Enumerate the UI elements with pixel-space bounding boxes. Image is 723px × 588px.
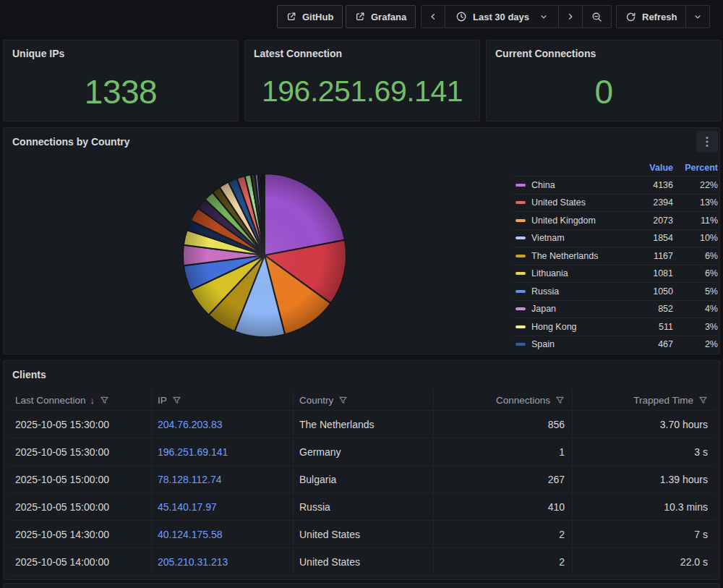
kebab-menu-icon bbox=[706, 136, 709, 148]
ip-link[interactable]: 40.124.175.58 bbox=[158, 529, 223, 540]
filter-icon[interactable] bbox=[698, 396, 708, 405]
legend-value: 511 bbox=[631, 322, 673, 332]
ip-link[interactable]: 196.251.69.141 bbox=[158, 446, 228, 458]
clients-table: Last Connection ↓ IP Country Connection bbox=[9, 390, 715, 576]
cell-country: United States bbox=[293, 547, 433, 575]
legend-swatch bbox=[515, 307, 526, 310]
legend-row[interactable]: United Kingdom207311% bbox=[513, 211, 718, 229]
filter-icon[interactable] bbox=[555, 396, 565, 405]
chevron-down-icon bbox=[693, 12, 702, 21]
cell-last-connection: 2025-10-05 15:00:00 bbox=[9, 465, 151, 493]
legend-value: 4136 bbox=[631, 180, 673, 190]
cell-ip: 205.210.31.213 bbox=[151, 547, 293, 575]
time-zoom-out-button[interactable] bbox=[582, 6, 611, 27]
grafana-button[interactable]: Grafana bbox=[346, 5, 416, 28]
cell-trapped-time: 1.39 hours bbox=[572, 465, 715, 493]
time-shift-forward-button[interactable] bbox=[558, 6, 582, 27]
legend-swatch bbox=[515, 237, 526, 239]
legend-value: 1167 bbox=[631, 251, 673, 261]
time-shift-back-button[interactable] bbox=[422, 6, 445, 27]
legend-label: United States bbox=[531, 197, 631, 208]
column-header-connections[interactable]: Connections bbox=[433, 390, 572, 410]
filter-icon[interactable] bbox=[100, 396, 109, 405]
legend-percent: 22% bbox=[673, 180, 718, 190]
table-row: 2025-10-05 15:00:0078.128.112.74Bulgaria… bbox=[9, 465, 715, 493]
table-row: 2025-10-05 15:30:00196.251.69.141Germany… bbox=[9, 438, 715, 465]
legend-percent-header[interactable]: Percent bbox=[673, 163, 718, 173]
legend-label: Russia bbox=[531, 286, 631, 297]
legend-row[interactable]: Lithuania10816% bbox=[513, 265, 718, 283]
legend-value: 1050 bbox=[631, 286, 673, 297]
legend-row[interactable]: Japan8524% bbox=[513, 300, 718, 318]
table-row: 2025-10-05 14:30:0040.124.175.58United S… bbox=[9, 520, 715, 547]
external-link-icon bbox=[286, 12, 296, 22]
cell-trapped-time: 3 s bbox=[572, 438, 715, 465]
refresh-button-label: Refresh bbox=[642, 12, 677, 22]
cell-connections: 2 bbox=[433, 520, 572, 547]
sort-desc-icon: ↓ bbox=[90, 395, 95, 406]
legend-swatch bbox=[515, 201, 526, 204]
external-link-icon bbox=[355, 12, 365, 22]
stat-panel-current-connections: Current Connections 0 bbox=[486, 40, 722, 122]
refresh-interval-dropdown[interactable] bbox=[685, 6, 709, 27]
ip-link[interactable]: 204.76.203.83 bbox=[158, 419, 223, 430]
time-range-button[interactable]: Last 30 days bbox=[445, 6, 558, 27]
legend-value: 852 bbox=[631, 304, 673, 314]
ip-link[interactable]: 205.210.31.213 bbox=[158, 556, 228, 568]
legend-row[interactable]: China413622% bbox=[513, 176, 718, 194]
cell-trapped-time: 10.3 mins bbox=[572, 493, 715, 520]
column-header-last-connection[interactable]: Last Connection ↓ bbox=[9, 390, 151, 410]
legend-percent: 6% bbox=[673, 251, 718, 261]
legend-label: Japan bbox=[531, 304, 631, 314]
cell-connections: 1 bbox=[433, 438, 572, 465]
ip-link[interactable]: 45.140.17.97 bbox=[158, 501, 217, 513]
legend-value: 2394 bbox=[631, 197, 673, 208]
legend-percent: 6% bbox=[673, 268, 718, 278]
table-row: 2025-10-05 15:00:0045.140.17.97Russia410… bbox=[9, 493, 715, 520]
legend-swatch bbox=[515, 255, 526, 257]
cell-connections: 856 bbox=[433, 410, 572, 438]
legend-label: China bbox=[531, 180, 631, 190]
legend-value: 467 bbox=[631, 339, 673, 349]
legend-label: Lithuania bbox=[531, 268, 631, 278]
legend-row[interactable]: United States239413% bbox=[513, 194, 718, 212]
legend-row[interactable]: Russia10505% bbox=[513, 282, 718, 300]
panel-title[interactable]: Connections by Country bbox=[12, 136, 130, 148]
github-button[interactable]: GitHub bbox=[277, 5, 343, 28]
pie-chart bbox=[156, 147, 373, 364]
legend-row[interactable]: Spain4672% bbox=[513, 336, 718, 350]
panel-menu-button[interactable] bbox=[696, 131, 718, 153]
time-range-picker: Last 30 days bbox=[421, 5, 612, 28]
next-panel-sliver bbox=[3, 583, 720, 588]
panel-title[interactable]: Latest Connection bbox=[254, 48, 342, 59]
legend-value-header[interactable]: Value bbox=[631, 163, 673, 173]
panel-title[interactable]: Current Connections bbox=[495, 48, 596, 59]
stat-value: 196.251.69.141 bbox=[245, 67, 479, 116]
legend-label: United Kingdom bbox=[531, 216, 631, 226]
panel-title[interactable]: Clients bbox=[12, 369, 46, 380]
panel-title[interactable]: Unique IPs bbox=[12, 48, 64, 59]
filter-icon[interactable] bbox=[338, 396, 348, 405]
toolbar: GitHub Grafana Last 30 days bbox=[0, 0, 723, 34]
legend-percent: 10% bbox=[673, 233, 718, 243]
refresh-button[interactable]: Refresh bbox=[617, 6, 685, 27]
zoom-out-icon bbox=[591, 12, 602, 22]
filter-icon[interactable] bbox=[172, 396, 181, 405]
pie-slice bbox=[264, 174, 265, 255]
cell-country: Russia bbox=[293, 493, 433, 520]
legend-row[interactable]: Hong Kong5113% bbox=[513, 318, 718, 336]
legend-row[interactable]: Vietnam185410% bbox=[513, 229, 718, 247]
ip-link[interactable]: 78.128.112.74 bbox=[158, 474, 222, 485]
cell-ip: 40.124.175.58 bbox=[151, 520, 293, 547]
table-row: 2025-10-05 15:30:00204.76.203.83The Neth… bbox=[9, 410, 715, 438]
cell-last-connection: 2025-10-05 15:30:00 bbox=[9, 438, 151, 465]
column-header-trapped-time[interactable]: Trapped Time bbox=[572, 390, 715, 410]
table-row: 2025-10-05 14:00:00205.210.31.213United … bbox=[9, 547, 715, 575]
legend-row[interactable]: The Netherlands11676% bbox=[513, 247, 718, 265]
column-header-country[interactable]: Country bbox=[293, 390, 433, 410]
legend-swatch bbox=[515, 272, 526, 275]
legend-value: 1854 bbox=[631, 233, 673, 243]
cell-ip: 204.76.203.83 bbox=[151, 410, 293, 438]
chevron-right-icon bbox=[566, 12, 575, 21]
column-header-ip[interactable]: IP bbox=[151, 390, 293, 410]
